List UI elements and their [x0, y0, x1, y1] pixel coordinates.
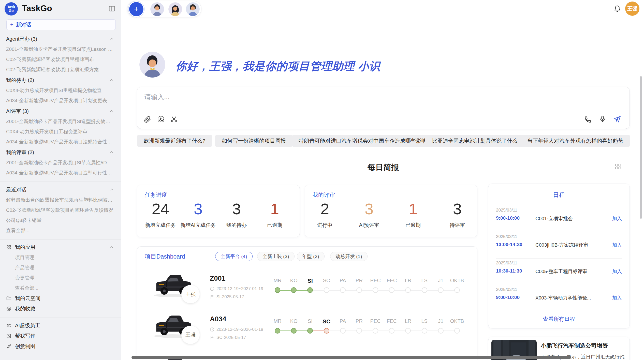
new-chat-label: 新对话: [16, 21, 31, 28]
app-item-view-all[interactable]: 查看全部...: [6, 283, 115, 293]
sidebar-item[interactable]: A034-全新新能源MUV产品开发项目法规符合性评审: [6, 137, 115, 147]
schedule-date: 2025/03/11: [496, 234, 517, 239]
tab-all-new-platform[interactable]: 全新平台 (4): [215, 252, 253, 261]
join-link[interactable]: 加入: [612, 295, 622, 301]
schedule-title: 日程: [488, 191, 630, 199]
recent-chat-item[interactable]: 解释最新出台的欧盟报废车法规再生塑料比例被调至15%...: [6, 195, 115, 205]
milestone-node: [405, 328, 411, 334]
layout-grid-icon[interactable]: [614, 163, 622, 170]
stat-ai-prereview: 3 AI预评审: [347, 201, 391, 229]
menu-label: 帮我写作: [15, 333, 35, 339]
scroll-right-arrow[interactable]: [610, 356, 613, 359]
logo-line2: Go: [9, 9, 13, 13]
sidebar-item[interactable]: Z001-全新燃油皮卡产品开发项目SI节点Lesson Learn报告: [6, 44, 115, 54]
composer-left-tools: [144, 115, 178, 123]
stat-pending-review: 3 待评审: [436, 201, 479, 229]
section-recent-chats[interactable]: 最近对话: [6, 184, 115, 195]
section-agent-done[interactable]: Agent已办 (3): [6, 34, 115, 44]
menu-help-me-write[interactable]: 帮我写作: [6, 331, 115, 341]
milestone-label: LR: [400, 278, 416, 284]
app-item-product-mgmt[interactable]: 产品管理: [6, 263, 115, 273]
section-ai-review[interactable]: AI评审 (3): [6, 106, 115, 116]
agent-avatar[interactable]: [168, 2, 182, 16]
sidebar-item[interactable]: A034-全新新能源MUV产品开发项目计划变更表编写: [6, 96, 115, 106]
milestone-label: LS: [416, 318, 433, 325]
schedule-item[interactable]: 2025/03/11 9:00-10:00 X003-车辆动力学性能验... 加…: [496, 285, 622, 311]
stat-label: 我的待办: [215, 222, 258, 229]
send-icon[interactable]: [613, 115, 621, 123]
sidebar-item[interactable]: C0X4-动力总成开发项目SI里程碑提交物检查: [6, 85, 115, 96]
menu-creative-drawing[interactable]: 创意制图: [6, 341, 115, 352]
app-item-change-mgmt[interactable]: 变更管理: [6, 273, 115, 283]
vertical-scrollbar[interactable]: [640, 76, 642, 219]
sidebar-item[interactable]: A034-全新新能源MUV产品开发项目造型可行性评审: [6, 168, 115, 178]
message-input[interactable]: [144, 93, 551, 109]
suggestion-chip[interactable]: 当下年轻人对汽车外观有怎样的喜好趋势: [520, 135, 630, 147]
suggestion-chip[interactable]: 特朗普可能对进口汽车增税会对中国车企造成哪些影响: [292, 135, 434, 147]
phone-icon[interactable]: [584, 115, 592, 123]
sidebar-item[interactable]: Z001-全新燃油轻卡产品开发项目SI造型提交物评审: [6, 116, 115, 127]
milestone-label: J1: [433, 318, 449, 325]
image-icon[interactable]: [157, 115, 165, 123]
recent-chat-item[interactable]: 公司Q3轻卡销量: [6, 215, 115, 226]
milestone-node: [275, 287, 280, 293]
menu-favorites[interactable]: 我的收藏: [6, 304, 115, 314]
stat-label: AI预评审: [347, 222, 391, 229]
milestone-node: [291, 287, 297, 293]
suggestion-chip[interactable]: 比亚迪全固态电池计划具体说了什么: [425, 135, 524, 147]
menu-cloud-space[interactable]: 我的云空间: [6, 293, 115, 304]
menu-my-apps[interactable]: 我的应用: [6, 242, 115, 252]
schedule-item[interactable]: 2025/03/11 13:00-14:30 C003|H0B-方案冻结评审 加…: [496, 232, 622, 259]
project-row[interactable]: 王强 A034 2023-12-19~2026-01-19 SC-2025-05…: [137, 308, 477, 349]
user-avatar[interactable]: 王强: [625, 2, 639, 16]
attachment-icon[interactable]: [144, 115, 151, 123]
section-title: 最近对话: [6, 187, 26, 192]
new-session-button[interactable]: [129, 2, 143, 16]
tab-powertrain-dev[interactable]: 动总开发 (1): [330, 252, 368, 261]
tab-new-upfit[interactable]: 全新上装 (3): [257, 252, 295, 261]
sidebar-body: Agent已办 (3) Z001-全新燃油皮卡产品开发项目SI节点Lesson …: [6, 34, 115, 352]
section-my-review[interactable]: 我的评审 (2): [6, 147, 115, 158]
milestone-node: [438, 328, 444, 334]
agent-avatar[interactable]: [150, 2, 164, 16]
schedule-name: C001-立项审批会: [535, 215, 573, 222]
project-dates: 2023-12-19~2026-01-19: [210, 327, 263, 332]
milestone-label: OKTB: [449, 318, 465, 325]
notifications-bell-icon[interactable]: [613, 5, 621, 12]
suggestion-chip[interactable]: 如何写一份清晰的项目周报: [215, 135, 293, 147]
stat-label: 已逾期: [391, 222, 435, 229]
horizontal-scrollbar[interactable]: [131, 356, 571, 359]
scissors-icon[interactable]: [170, 115, 178, 123]
milestone-node: [340, 287, 346, 293]
agent-avatar[interactable]: [186, 2, 200, 16]
menu-ai-super-staff[interactable]: AI超级员工: [6, 320, 115, 331]
project-flag: SI-2025-05-17: [210, 294, 244, 299]
tab-model-year[interactable]: 年型 (2): [297, 252, 325, 261]
project-row[interactable]: 王强 Z001 2023-12-19~2027-01-19 SI-2025-05…: [137, 267, 477, 308]
view-all-schedule-link[interactable]: 查看所有日程: [488, 316, 630, 323]
recent-chat-view-all[interactable]: 查看全部...: [6, 226, 115, 236]
join-link[interactable]: 加入: [612, 268, 622, 275]
schedule-item[interactable]: 2025/03/11 10:30-11:30 C005-整车工程目标评审 加入: [496, 259, 622, 285]
sidebar-item[interactable]: Z001-全新燃油轻卡产品开发项目SI节点属性5D文件评审: [6, 158, 115, 168]
my-review-card: 我的评审 2 进行中 3 AI预评审 1 已逾期 3 待评审: [305, 185, 477, 237]
schedule-item[interactable]: 2025/03/11 9:00-10:00 C001-立项审批会 加入: [496, 206, 622, 232]
recent-chat-item[interactable]: C02-飞腾新能源轻客改款项目的闭环通告反馈情况: [6, 205, 115, 215]
join-link[interactable]: 加入: [612, 242, 622, 248]
app-item-project-mgmt[interactable]: 项目管理: [6, 252, 115, 263]
new-chat-button[interactable]: + 新对话: [6, 19, 116, 30]
sidebar-item[interactable]: C02-飞腾新能源轻客改款项目里程碑画布: [6, 54, 115, 65]
sidebar-item[interactable]: C02-飞腾新能源轻客改款项目立项汇报方案: [6, 65, 115, 75]
chevron-up-icon: [109, 109, 114, 113]
suggestion-chip[interactable]: 欧洲新规最近颁布了什么?: [137, 135, 212, 147]
milestone-node: [324, 287, 329, 293]
mic-icon[interactable]: [598, 115, 607, 123]
join-link[interactable]: 加入: [612, 215, 622, 222]
sidebar-collapse-icon[interactable]: [108, 5, 115, 12]
sidebar-item[interactable]: C0X4-动力总成开发项目工程变更评审: [6, 127, 115, 137]
chevron-up-icon: [109, 78, 114, 82]
section-title: AI评审 (3): [6, 108, 29, 114]
stat-value: 24: [139, 201, 182, 217]
menu-label: 创意制图: [15, 343, 35, 350]
section-my-todo[interactable]: 我的待办 (2): [6, 75, 115, 85]
